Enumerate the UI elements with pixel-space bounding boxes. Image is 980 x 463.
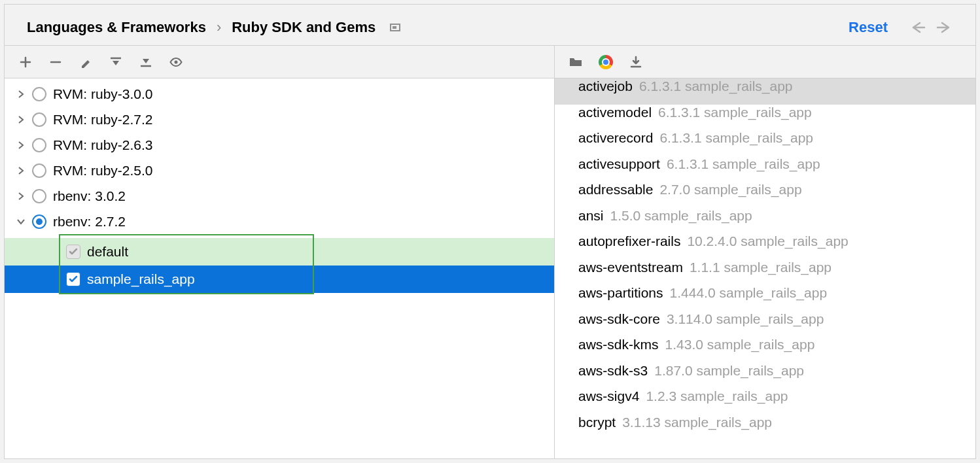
gem-row[interactable]: activerecord6.1.3.1 sample_rails_app xyxy=(555,130,975,156)
sdk-radio[interactable] xyxy=(32,138,46,152)
breadcrumb-sep-icon: › xyxy=(217,19,221,36)
gem-meta: 1.87.0 sample_rails_app xyxy=(654,363,804,379)
sdk-label: RVM: ruby-2.5.0 xyxy=(53,163,153,179)
move-up-button[interactable] xyxy=(108,54,124,70)
gemset-label: sample_rails_app xyxy=(87,271,195,287)
sdk-label: RVM: ruby-2.6.3 xyxy=(53,137,153,153)
sdk-radio[interactable] xyxy=(32,112,46,127)
gem-name: activesupport xyxy=(578,156,660,172)
content: RVM: ruby-3.0.0 RVM: ruby-2.7.2 RVM: rub… xyxy=(5,45,975,458)
header: Languages & Frameworks › Ruby SDK and Ge… xyxy=(5,5,975,45)
gem-meta: 1.43.0 sample_rails_app xyxy=(665,337,815,352)
sdk-radio[interactable] xyxy=(32,214,46,229)
gemset-row-default[interactable]: default xyxy=(5,238,554,266)
breadcrumb: Languages & Frameworks › Ruby SDK and Ge… xyxy=(27,19,841,36)
gem-row[interactable]: activesupport6.1.3.1 sample_rails_app xyxy=(555,156,975,182)
gem-row[interactable]: aws-sdk-s31.87.0 sample_rails_app xyxy=(555,363,975,389)
remove-sdk-button[interactable] xyxy=(48,54,63,70)
chevron-right-icon[interactable] xyxy=(16,90,26,99)
gem-row[interactable]: aws-sdk-kms1.43.0 sample_rails_app xyxy=(555,337,975,363)
sdk-label: RVM: ruby-3.0.0 xyxy=(53,86,153,102)
gem-name: activejob xyxy=(578,78,633,94)
sdk-label: rbenv: 3.0.2 xyxy=(53,188,126,204)
gem-name: bcrypt xyxy=(578,415,616,430)
gem-meta: 1.444.0 sample_rails_app xyxy=(670,285,828,301)
gem-row[interactable]: autoprefixer-rails10.2.4.0 sample_rails_… xyxy=(555,233,975,260)
gemset-label: default xyxy=(87,244,128,260)
gem-row[interactable]: activejob6.1.3.1 sample_rails_app xyxy=(555,78,975,105)
gem-name: aws-sigv4 xyxy=(578,388,639,404)
sdk-radio[interactable] xyxy=(32,163,46,178)
gem-meta: 6.1.3.1 sample_rails_app xyxy=(639,78,793,94)
gem-row[interactable]: activemodel6.1.3.1 sample_rails_app xyxy=(555,105,975,131)
gem-row[interactable]: aws-sdk-core3.114.0 sample_rails_app xyxy=(555,311,975,337)
chevron-right-icon[interactable] xyxy=(16,166,26,175)
gem-name: aws-eventstream xyxy=(578,260,683,275)
reset-button[interactable]: Reset xyxy=(849,19,888,36)
chevron-right-icon[interactable] xyxy=(16,141,26,150)
svg-point-0 xyxy=(175,60,178,63)
add-sdk-button[interactable] xyxy=(18,54,33,70)
show-sdk-button[interactable] xyxy=(168,54,184,70)
gems-panel: activejob6.1.3.1 sample_rails_app active… xyxy=(554,45,975,458)
sdk-row[interactable]: RVM: ruby-2.7.2 xyxy=(5,107,554,132)
sdk-row[interactable]: RVM: ruby-3.0.0 xyxy=(5,81,554,107)
gem-name: activerecord xyxy=(578,130,653,146)
gem-meta: 3.114.0 sample_rails_app xyxy=(667,311,824,327)
sdk-label: rbenv: 2.7.2 xyxy=(53,214,126,230)
gems-toolbar xyxy=(555,46,975,78)
sdk-row[interactable]: RVM: ruby-2.6.3 xyxy=(5,132,554,158)
gem-meta: 2.7.0 sample_rails_app xyxy=(659,182,801,197)
gem-name: ansi xyxy=(578,208,604,224)
gem-name: aws-sdk-kms xyxy=(578,337,659,352)
gem-meta: 6.1.3.1 sample_rails_app xyxy=(667,156,820,172)
gem-meta: 10.2.4.0 sample_rails_app xyxy=(687,233,848,249)
sdk-row[interactable]: rbenv: 3.0.2 xyxy=(5,183,554,209)
gemset-checkbox[interactable] xyxy=(66,272,80,286)
gemset-row-app[interactable]: sample_rails_app xyxy=(5,266,554,293)
breadcrumb-current: Ruby SDK and Gems xyxy=(232,19,376,36)
download-icon[interactable] xyxy=(628,54,644,70)
gem-row[interactable]: aws-partitions1.444.0 sample_rails_app xyxy=(555,285,975,311)
chevron-right-icon[interactable] xyxy=(16,192,26,201)
gem-name: addressable xyxy=(578,182,653,197)
sdk-tree[interactable]: RVM: ruby-3.0.0 RVM: ruby-2.7.2 RVM: rub… xyxy=(5,78,554,458)
nav-back-button[interactable] xyxy=(909,20,927,35)
chrome-icon[interactable] xyxy=(598,54,614,70)
sdk-label: RVM: ruby-2.7.2 xyxy=(53,112,153,128)
folder-icon[interactable] xyxy=(568,54,584,70)
gem-meta: 6.1.3.1 sample_rails_app xyxy=(659,130,813,146)
gem-row[interactable]: addressable2.7.0 sample_rails_app xyxy=(555,182,975,208)
gem-meta: 3.1.13 sample_rails_app xyxy=(622,415,772,430)
gemset-checkbox-disabled xyxy=(66,245,80,259)
move-down-button[interactable] xyxy=(138,54,154,70)
gem-name: aws-sdk-s3 xyxy=(578,363,648,379)
sdk-toolbar xyxy=(5,46,554,78)
gem-row[interactable]: aws-sigv41.2.3 sample_rails_app xyxy=(555,388,975,415)
chevron-down-icon[interactable] xyxy=(16,217,26,226)
edit-sdk-button[interactable] xyxy=(78,54,94,70)
chevron-right-icon[interactable] xyxy=(16,115,26,124)
gem-name: activemodel xyxy=(578,105,652,120)
gem-name: autoprefixer-rails xyxy=(578,233,680,249)
sdk-row[interactable]: RVM: ruby-2.5.0 xyxy=(5,158,554,183)
gem-meta: 1.1.1 sample_rails_app xyxy=(690,260,831,275)
gem-meta: 1.2.3 sample_rails_app xyxy=(646,388,788,404)
sdk-panel: RVM: ruby-3.0.0 RVM: ruby-2.7.2 RVM: rub… xyxy=(5,45,554,458)
expand-window-icon[interactable] xyxy=(390,24,400,31)
gem-name: aws-partitions xyxy=(578,285,663,301)
gem-row[interactable]: ansi1.5.0 sample_rails_app xyxy=(555,208,975,234)
gem-meta: 6.1.3.1 sample_rails_app xyxy=(658,105,812,120)
gem-name: aws-sdk-core xyxy=(578,311,660,327)
nav-forward-button[interactable] xyxy=(935,20,953,35)
gem-row[interactable]: aws-eventstream1.1.1 sample_rails_app xyxy=(555,260,975,286)
gem-meta: 1.5.0 sample_rails_app xyxy=(610,208,752,224)
sdk-radio[interactable] xyxy=(32,87,46,101)
sdk-radio[interactable] xyxy=(32,189,46,203)
breadcrumb-root[interactable]: Languages & Frameworks xyxy=(27,19,206,36)
sdk-row[interactable]: rbenv: 2.7.2 xyxy=(5,209,554,234)
settings-window: Languages & Frameworks › Ruby SDK and Ge… xyxy=(4,4,976,459)
gems-list[interactable]: activejob6.1.3.1 sample_rails_app active… xyxy=(555,78,975,458)
gem-row[interactable]: bcrypt3.1.13 sample_rails_app xyxy=(555,415,975,441)
